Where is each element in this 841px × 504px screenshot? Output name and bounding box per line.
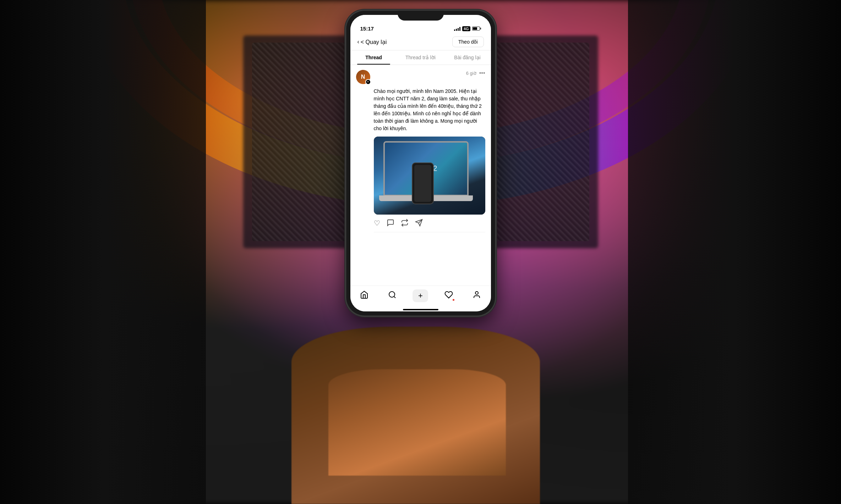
post-header: N + 6 giờ •••: [356, 70, 485, 84]
post-meta: 6 giờ •••: [466, 70, 485, 76]
nav-bar: ‹ < Quay lại Theo dõi: [350, 34, 491, 50]
bg-left-dark: [0, 0, 206, 504]
tabs-bar: Thread Thread trả lời Bài đăng lại: [350, 50, 491, 65]
network-badge: 4G: [462, 26, 470, 31]
signal-icon: [454, 27, 460, 31]
comment-button[interactable]: [387, 219, 394, 228]
nav-add-button[interactable]: +: [413, 289, 428, 302]
bg-right-dark: [628, 0, 841, 504]
phone-notch: [398, 11, 444, 21]
share-button[interactable]: [415, 219, 423, 228]
back-button[interactable]: ‹ < Quay lại: [357, 39, 387, 45]
follow-plus-icon[interactable]: +: [365, 79, 371, 85]
back-chevron-icon: ‹: [357, 39, 359, 45]
author-avatar-wrap: N +: [356, 70, 370, 84]
author-row: N +: [356, 70, 370, 84]
hand-fingers: [328, 369, 506, 476]
phone-device: 15:17 4G: [346, 11, 495, 316]
bottom-nav: +: [350, 286, 491, 309]
phone-on-laptop: [412, 162, 434, 204]
post-content-text: Chào mọi người, mình tên Nam 2005. Hiện …: [374, 88, 485, 132]
battery-icon: [472, 27, 481, 31]
svg-line-5: [394, 297, 395, 298]
nav-profile-button[interactable]: [469, 289, 485, 302]
tab-thread-reply[interactable]: Thread trả lời: [397, 50, 444, 65]
phone-body: 15:17 4G: [346, 11, 495, 316]
more-icon[interactable]: •••: [479, 70, 485, 76]
status-time: 15:17: [360, 26, 374, 32]
post-time-ago: 6 giờ: [466, 71, 476, 76]
repost-button[interactable]: [401, 219, 409, 228]
phone-screen: 15:17 4G: [350, 15, 491, 311]
home-icon: [360, 290, 368, 301]
post-actions: ♡: [374, 219, 485, 232]
add-icon: +: [418, 291, 423, 300]
content-area: N + 6 giờ ••• Chào mọi người, mình tên N…: [350, 65, 491, 286]
profile-icon: [473, 290, 481, 301]
post-container: N + 6 giờ ••• Chào mọi người, mình tên N…: [350, 65, 491, 237]
nav-search-button[interactable]: [384, 289, 400, 302]
search-icon: [388, 290, 397, 301]
home-indicator-bar: [403, 309, 438, 310]
svg-point-6: [475, 292, 478, 294]
like-button[interactable]: ♡: [374, 219, 380, 228]
notification-dot: [453, 299, 454, 301]
follow-button[interactable]: Theo dõi: [452, 37, 484, 47]
post-image-inner: 01:12: [374, 137, 485, 215]
post-image: 01:12: [374, 137, 485, 215]
status-icons: 4G: [454, 26, 481, 31]
phone-screen-on-laptop: [414, 165, 431, 202]
nav-home-button[interactable]: [356, 289, 372, 302]
back-label: < Quay lại: [361, 39, 387, 45]
nav-likes-button[interactable]: [441, 289, 457, 302]
home-indicator: [350, 309, 491, 311]
svg-point-4: [389, 292, 395, 297]
device-image-mockup: 01:12: [383, 141, 476, 210]
tab-reposts[interactable]: Bài đăng lại: [444, 50, 491, 65]
tab-thread[interactable]: Thread: [350, 50, 397, 65]
heart-icon: [444, 290, 453, 301]
